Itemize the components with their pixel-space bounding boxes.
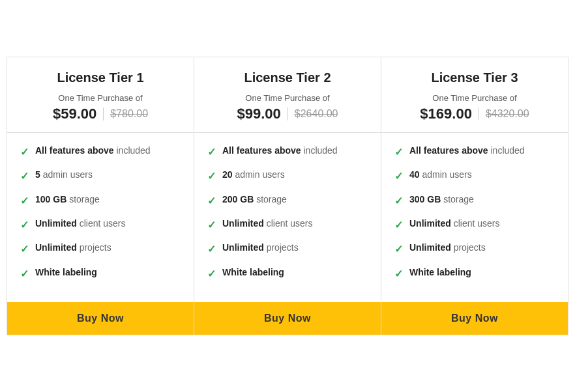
check-icon-2-4: ✓ xyxy=(207,218,216,232)
check-icon-2-1: ✓ xyxy=(207,145,216,160)
feature-item-3-6: ✓White labeling xyxy=(394,266,555,281)
feature-text-2-5: Unlimited projects xyxy=(222,242,299,255)
feature-text-1-3: 100 GB storage xyxy=(35,193,100,206)
feature-text-1-6: White labeling xyxy=(35,266,97,279)
check-icon-3-6: ✓ xyxy=(394,267,403,281)
feature-text-1-2: 5 admin users xyxy=(35,169,93,182)
feature-item-3-4: ✓Unlimited client users xyxy=(394,217,555,232)
price-current-2: $99.00 xyxy=(237,105,280,122)
tier-header-2: License Tier 2One Time Purchase of$99.00… xyxy=(194,57,381,133)
check-icon-1-4: ✓ xyxy=(20,218,29,232)
tier-card-1: License Tier 1One Time Purchase of$59.00… xyxy=(7,57,194,335)
feature-text-2-6: White labeling xyxy=(222,266,284,279)
feature-item-2-1: ✓All features above included xyxy=(207,145,368,160)
price-current-1: $59.00 xyxy=(53,105,96,122)
price-row-2: $99.00$2640.00 xyxy=(201,105,374,122)
feature-text-1-4: Unlimited client users xyxy=(35,217,125,231)
feature-text-3-4: Unlimited client users xyxy=(409,217,499,231)
check-icon-3-5: ✓ xyxy=(394,242,403,257)
price-divider-1 xyxy=(103,107,104,120)
pricing-container: License Tier 1One Time Purchase of$59.00… xyxy=(0,50,575,342)
feature-text-1-5: Unlimited projects xyxy=(35,242,111,255)
buy-button-3[interactable]: Buy Now xyxy=(381,302,568,335)
feature-text-2-3: 200 GB storage xyxy=(222,193,287,206)
purchase-label-1: One Time Purchase of xyxy=(14,93,187,103)
check-icon-2-5: ✓ xyxy=(207,242,216,257)
feature-text-2-2: 20 admin users xyxy=(222,169,285,182)
feature-item-3-3: ✓300 GB storage xyxy=(394,193,555,208)
check-icon-3-3: ✓ xyxy=(394,194,403,208)
check-icon-1-1: ✓ xyxy=(20,145,29,160)
feature-text-2-4: Unlimited client users xyxy=(222,217,312,231)
buy-button-2[interactable]: Buy Now xyxy=(194,302,381,335)
feature-text-2-1: All features above included xyxy=(222,145,338,158)
feature-text-1-1: All features above included xyxy=(35,145,151,158)
purchase-label-2: One Time Purchase of xyxy=(201,93,374,103)
feature-text-3-3: 300 GB storage xyxy=(409,193,474,206)
tier-title-1: License Tier 1 xyxy=(14,70,187,85)
feature-text-3-6: White labeling xyxy=(409,266,471,279)
check-icon-3-4: ✓ xyxy=(394,218,403,232)
features-list-3: ✓All features above included✓40 admin us… xyxy=(381,133,568,302)
check-icon-1-3: ✓ xyxy=(20,194,29,208)
features-list-1: ✓All features above included✓5 admin use… xyxy=(7,133,194,302)
check-icon-1-5: ✓ xyxy=(20,242,29,257)
feature-item-2-4: ✓Unlimited client users xyxy=(207,217,368,232)
feature-item-3-2: ✓40 admin users xyxy=(394,169,555,184)
tier-header-3: License Tier 3One Time Purchase of$169.0… xyxy=(381,57,568,133)
feature-item-2-3: ✓200 GB storage xyxy=(207,193,368,208)
price-row-3: $169.00$4320.00 xyxy=(388,105,561,122)
feature-item-3-5: ✓Unlimited projects xyxy=(394,242,555,257)
price-original-3: $4320.00 xyxy=(486,108,529,120)
tier-title-3: License Tier 3 xyxy=(388,70,561,85)
check-icon-3-1: ✓ xyxy=(394,145,403,160)
purchase-label-3: One Time Purchase of xyxy=(388,93,561,103)
feature-item-1-2: ✓5 admin users xyxy=(20,169,181,184)
check-icon-1-2: ✓ xyxy=(20,169,29,184)
check-icon-2-3: ✓ xyxy=(207,194,216,208)
feature-item-2-2: ✓20 admin users xyxy=(207,169,368,184)
price-current-3: $169.00 xyxy=(420,105,472,122)
feature-item-2-5: ✓Unlimited projects xyxy=(207,242,368,257)
check-icon-1-6: ✓ xyxy=(20,267,29,281)
feature-text-3-1: All features above included xyxy=(409,145,525,158)
feature-item-1-4: ✓Unlimited client users xyxy=(20,217,181,232)
check-icon-2-2: ✓ xyxy=(207,169,216,184)
price-divider-2 xyxy=(288,107,288,120)
price-original-2: $2640.00 xyxy=(295,108,338,120)
price-divider-3 xyxy=(479,107,479,120)
tier-card-3: License Tier 3One Time Purchase of$169.0… xyxy=(381,57,568,335)
feature-item-1-5: ✓Unlimited projects xyxy=(20,242,181,257)
price-row-1: $59.00$780.00 xyxy=(14,105,187,122)
tier-header-1: License Tier 1One Time Purchase of$59.00… xyxy=(7,57,194,133)
features-list-2: ✓All features above included✓20 admin us… xyxy=(194,133,381,302)
buy-button-1[interactable]: Buy Now xyxy=(7,302,194,335)
check-icon-2-6: ✓ xyxy=(207,267,216,281)
feature-item-1-3: ✓100 GB storage xyxy=(20,193,181,208)
check-icon-3-2: ✓ xyxy=(394,169,403,184)
tier-card-2: License Tier 2One Time Purchase of$99.00… xyxy=(194,57,381,335)
feature-item-2-6: ✓White labeling xyxy=(207,266,368,281)
feature-item-3-1: ✓All features above included xyxy=(394,145,555,160)
feature-text-3-2: 40 admin users xyxy=(409,169,472,182)
tier-title-2: License Tier 2 xyxy=(201,70,374,85)
feature-item-1-6: ✓White labeling xyxy=(20,266,181,281)
price-original-1: $780.00 xyxy=(110,108,148,120)
feature-item-1-1: ✓All features above included xyxy=(20,145,181,160)
feature-text-3-5: Unlimited projects xyxy=(409,242,486,255)
